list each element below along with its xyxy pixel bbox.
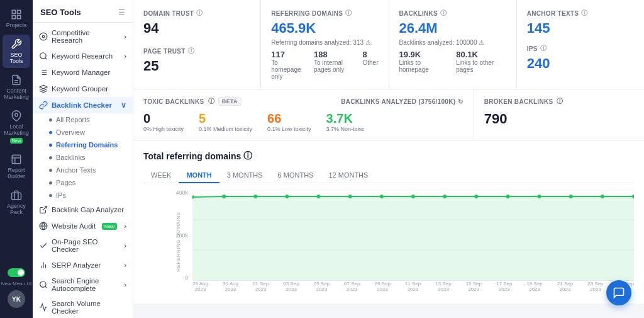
toxic-val-1: 5 0.1% Medium toxicity: [199, 111, 252, 132]
refresh-icon[interactable]: ↻: [458, 98, 463, 105]
sidebar-sub-item-overview[interactable]: Overview: [33, 126, 133, 139]
chevron-icon: ›: [124, 261, 126, 269]
backlinks-sub: Backlinks analyzed: 100000 ⚠: [399, 39, 506, 46]
sidebar-item-backlink-gap[interactable]: Backlink Gap Analyzer: [33, 202, 133, 218]
chart-dot: [411, 195, 415, 198]
chart-dot: [443, 195, 447, 198]
sidebar-sub-item-pages[interactable]: Pages: [33, 176, 133, 189]
tab-week[interactable]: WEEK: [143, 168, 179, 183]
backlinks-sub-2: 80.1K Links to other pages: [456, 50, 506, 73]
sidebar-icon-seo-tools[interactable]: SEO Tools: [3, 35, 30, 68]
sidebar-item-keyword-research[interactable]: Keyword Research ›: [33, 48, 133, 64]
stat-card-anchor-texts: ANCHOR TEXTS ⓘ 145 IPS ⓘ 240: [517, 0, 644, 89]
sidebar-header: SEO Tools ☰: [33, 0, 133, 23]
sidebar-sub-item-all-reports[interactable]: All Reports: [33, 113, 133, 126]
ref-dom-sub-3: 8 Other: [362, 50, 378, 80]
svg-point-10: [42, 35, 45, 38]
broken-backlinks-value-container: 790: [484, 111, 634, 127]
sidebar-item-search-volume[interactable]: Search Volume Checker: [33, 296, 133, 318]
new-menu-label: New Menu UI: [1, 281, 31, 287]
svg-rect-1: [18, 10, 21, 13]
chart-title-info-icon[interactable]: ⓘ: [243, 150, 252, 162]
x-label-7: 11 Sep2023: [405, 281, 421, 292]
chart-dot: [222, 195, 226, 198]
x-label-5: 07 Sep2023: [344, 281, 360, 292]
x-label-13: 23 Sep2023: [587, 281, 603, 292]
dot-icon: [49, 194, 52, 197]
sidebar-menu-icon[interactable]: ☰: [118, 8, 125, 17]
toxic-sub-3: 3.7% Non-toxic: [326, 126, 365, 132]
sidebar-icon-agency-pack[interactable]: Agency Pack: [3, 186, 30, 219]
backlinks-sub-info-icon[interactable]: ⚠: [479, 39, 484, 46]
svg-point-6: [15, 113, 18, 116]
backlinks-info-icon[interactable]: ⓘ: [440, 9, 447, 18]
chevron-icon: ›: [124, 281, 126, 288]
toxic-info-icon[interactable]: ⓘ: [208, 97, 214, 106]
broken-backlinks-label: BROKEN BACKLINKS: [484, 98, 553, 105]
toxic-sub-0: 0% High toxicity: [143, 126, 184, 132]
anchor-texts-info-icon[interactable]: ⓘ: [581, 9, 587, 18]
sidebar-sub-item-referring-domains[interactable]: Referring Domains: [33, 139, 133, 151]
y-label-400k: 400k: [175, 190, 188, 196]
sidebar-item-competitive-research[interactable]: Competitive Research ›: [33, 25, 133, 48]
x-label-10: 17 Sep2023: [496, 281, 512, 292]
svg-line-19: [43, 207, 47, 210]
referring-domains-info-icon[interactable]: ⓘ: [345, 9, 352, 18]
page-trust-info-icon[interactable]: ⓘ: [188, 47, 194, 55]
local-marketing-badge: New: [10, 138, 23, 144]
broken-backlinks-value: 790: [484, 111, 508, 127]
svg-rect-0: [12, 10, 15, 13]
sidebar-icon-report-builder[interactable]: Report Builder: [3, 150, 30, 183]
x-label-1: 30 Aug2023: [223, 281, 238, 292]
x-label-0: 28 Aug2023: [192, 281, 208, 292]
chevron-icon: ›: [124, 222, 126, 230]
chart-title: Total referring domains ⓘ: [143, 150, 634, 162]
sidebar-sub-item-ips[interactable]: IPs: [33, 189, 133, 202]
referring-domains-sub-info-icon[interactable]: ⚠: [365, 39, 371, 46]
tab-3months[interactable]: 3 MONTHS: [219, 168, 270, 183]
sidebar-item-backlink-checker[interactable]: Backlink Checker ∨: [33, 97, 133, 113]
tab-month[interactable]: MONTH: [179, 168, 219, 183]
chart-dot: [348, 195, 352, 198]
chart-area: [192, 190, 634, 281]
sidebar-item-keyword-grouper[interactable]: Keyword Grouper: [33, 81, 133, 97]
chart-fill: [192, 196, 634, 281]
ips-info-icon[interactable]: ⓘ: [540, 44, 547, 53]
new-menu-toggle[interactable]: [8, 268, 25, 277]
chart-dot: [380, 195, 384, 198]
sidebar-icon-local-marketing[interactable]: Local Marketing New: [3, 106, 30, 147]
tab-12months[interactable]: 12 MONTHS: [321, 168, 375, 183]
broken-backlinks-info-icon[interactable]: ⓘ: [557, 97, 563, 106]
sidebar-icon-projects[interactable]: Projects: [3, 5, 30, 32]
sidebar-item-serp-analyzer[interactable]: SERP Analyzer ›: [33, 257, 133, 273]
user-avatar[interactable]: YK: [8, 290, 25, 308]
ref-dom-sub-2: 188 To internal pages only: [314, 50, 353, 80]
toxic-sub-2: 0.1% Low toxicity: [267, 126, 311, 132]
sidebar-icon-content-marketing[interactable]: Content Marketing: [3, 71, 30, 104]
sidebar-item-on-page-seo[interactable]: On-Page SEO Checker ›: [33, 234, 133, 257]
chart-tabs: WEEK MONTH 3 MONTHS 6 MONTHS 12 MONTHS: [143, 168, 634, 183]
sidebar-sub-item-anchor-texts[interactable]: Anchor Texts: [33, 164, 133, 176]
beta-badge: BETA: [218, 97, 242, 106]
tab-6months[interactable]: 6 MONTHS: [270, 168, 321, 183]
svg-rect-3: [18, 16, 21, 19]
svg-point-9: [40, 33, 47, 40]
sidebar-item-search-engine-autocomplete[interactable]: Search Engine Autocomplete ›: [33, 273, 133, 296]
toxic-num-1: 5: [199, 111, 252, 126]
ips-label: IPS: [527, 45, 538, 52]
backlinks-label: BACKLINKS: [399, 10, 438, 17]
sidebar-item-website-audit[interactable]: Website Audit New ›: [33, 218, 133, 234]
chat-bubble[interactable]: [606, 280, 631, 305]
x-label-8: 13 Sep2023: [435, 281, 451, 292]
sidebar-item-keyword-manager[interactable]: Keyword Manager: [33, 64, 133, 81]
toxic-val-2: 66 0.1% Low toxicity: [267, 111, 311, 132]
referring-domains-sub-row: 117 To homepage only 188 To internal pag…: [271, 50, 378, 80]
sidebar-sub-item-backlinks[interactable]: Backlinks: [33, 151, 133, 164]
dot-icon: [49, 144, 52, 147]
chart-dot: [601, 195, 604, 198]
domain-trust-info-icon[interactable]: ⓘ: [196, 9, 203, 18]
toxic-num-2: 66: [267, 111, 311, 126]
domain-trust-label: DOMAIN TRUST: [143, 10, 194, 17]
toxic-grid: TOXIC BACKLINKS ⓘ BETA Backlinks analyze…: [133, 89, 644, 140]
toxic-sub-1: 0.1% Medium toxicity: [199, 126, 252, 132]
